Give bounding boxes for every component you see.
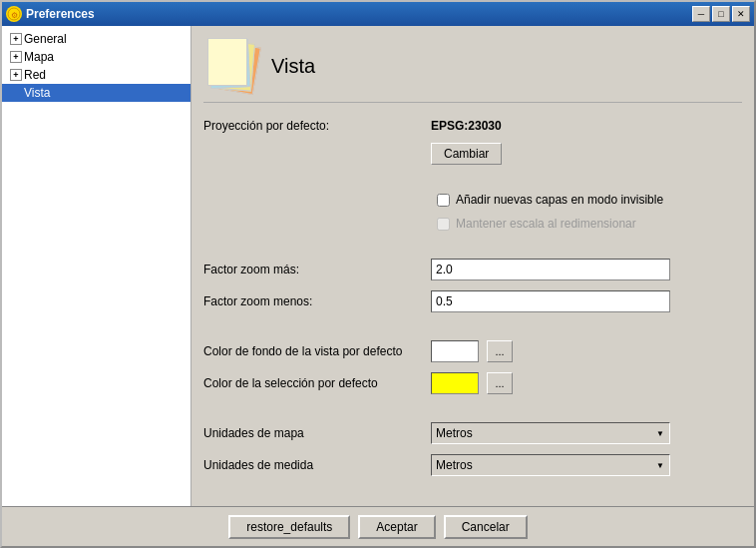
restore-defaults-button[interactable]: restore_defaults (228, 515, 350, 539)
sel-color-button[interactable]: ... (487, 372, 513, 394)
footer: restore_defaults Aceptar Cancelar (2, 506, 754, 546)
checkbox-invisible-row: Añadir nuevas capas en modo invisible (203, 193, 742, 207)
projection-label: Proyección por defecto: (203, 119, 423, 133)
invisible-label: Añadir nuevas capas en modo invisible (456, 193, 663, 207)
sidebar-item-general[interactable]: + General (2, 30, 190, 48)
sidebar-item-red[interactable]: + Red (2, 66, 190, 84)
panel-icon (203, 38, 259, 94)
scale-label: Mantener escala al redimensionar (456, 217, 636, 231)
cancel-button[interactable]: Cancelar (444, 515, 528, 539)
right-panel: Vista Proyección por defecto: EPSG:23030… (191, 26, 754, 506)
bg-color-swatch (431, 340, 479, 362)
sheet4 (207, 38, 247, 86)
sidebar-item-mapa[interactable]: + Mapa (2, 48, 190, 66)
measure-units-wrapper: Metros Pies Kilómetros (431, 454, 670, 476)
mapa-expander[interactable]: + (10, 51, 22, 63)
sel-color-row: Color de la selección por defecto ... (203, 372, 742, 394)
bg-color-row: Color de fondo de la vista por defecto .… (203, 340, 742, 362)
spacer3 (203, 322, 742, 330)
invisible-checkbox[interactable] (437, 194, 450, 207)
sidebar: + General + Mapa + Red Vista (2, 26, 191, 506)
bg-color-button[interactable]: ... (487, 340, 513, 362)
app-icon: ⚙ (6, 6, 22, 22)
map-units-wrapper: Metros Pies Kilómetros (431, 422, 670, 444)
spacer4 (203, 404, 742, 412)
minimize-button[interactable]: ─ (692, 6, 710, 22)
sidebar-item-vista[interactable]: Vista (2, 84, 190, 102)
main-content: + General + Mapa + Red Vista (2, 26, 754, 506)
accept-button[interactable]: Aceptar (358, 515, 435, 539)
titlebar: ⚙ Preferences ─ □ ✕ (2, 2, 754, 26)
preferences-window: ⚙ Preferences ─ □ ✕ + General + Mapa + R… (0, 0, 756, 548)
form-section: Proyección por defecto: EPSG:23030 Cambi… (203, 119, 742, 494)
bg-color-label: Color de fondo de la vista por defecto (203, 344, 423, 358)
sel-color-swatch (431, 372, 479, 394)
zoom-plus-label: Factor zoom más: (203, 263, 423, 276)
mapa-label: Mapa (24, 50, 54, 64)
measure-units-row: Unidades de medida Metros Pies Kilómetro… (203, 454, 742, 476)
maximize-button[interactable]: □ (712, 6, 730, 22)
vista-label: Vista (24, 86, 50, 100)
red-expander[interactable]: + (10, 69, 22, 81)
change-projection-button[interactable]: Cambiar (431, 143, 502, 165)
map-units-label: Unidades de mapa (203, 426, 423, 440)
window-title: Preferences (26, 7, 95, 21)
panel-header: Vista (203, 38, 742, 103)
checkbox-scale-row: Mantener escala al redimensionar (203, 217, 742, 231)
red-label: Red (24, 68, 46, 82)
measure-units-label: Unidades de medida (203, 458, 423, 472)
projection-row: Proyección por defecto: EPSG:23030 (203, 119, 742, 133)
change-btn-row: Cambiar (203, 143, 742, 165)
zoom-minus-input[interactable] (431, 290, 670, 312)
general-label: General (24, 32, 67, 46)
zoom-minus-row: Factor zoom menos: (203, 290, 742, 312)
map-units-row: Unidades de mapa Metros Pies Kilómetros (203, 422, 742, 444)
sel-color-label: Color de la selección por defecto (203, 376, 423, 390)
zoom-minus-label: Factor zoom menos: (203, 294, 423, 308)
zoom-plus-input[interactable] (431, 259, 670, 280)
vista-expander (10, 87, 22, 99)
close-button[interactable]: ✕ (732, 6, 750, 22)
spacer1 (203, 175, 742, 183)
svg-text:⚙: ⚙ (11, 11, 18, 20)
map-units-select[interactable]: Metros Pies Kilómetros (431, 422, 670, 444)
projection-value: EPSG:23030 (431, 119, 502, 133)
general-expander[interactable]: + (10, 33, 22, 45)
scale-checkbox[interactable] (437, 218, 450, 231)
measure-units-select[interactable]: Metros Pies Kilómetros (431, 454, 670, 476)
panel-title: Vista (271, 55, 315, 78)
window-controls: ─ □ ✕ (692, 6, 750, 22)
zoom-plus-row: Factor zoom más: (203, 259, 742, 280)
titlebar-left: ⚙ Preferences (6, 6, 95, 22)
spacer2 (203, 241, 742, 249)
